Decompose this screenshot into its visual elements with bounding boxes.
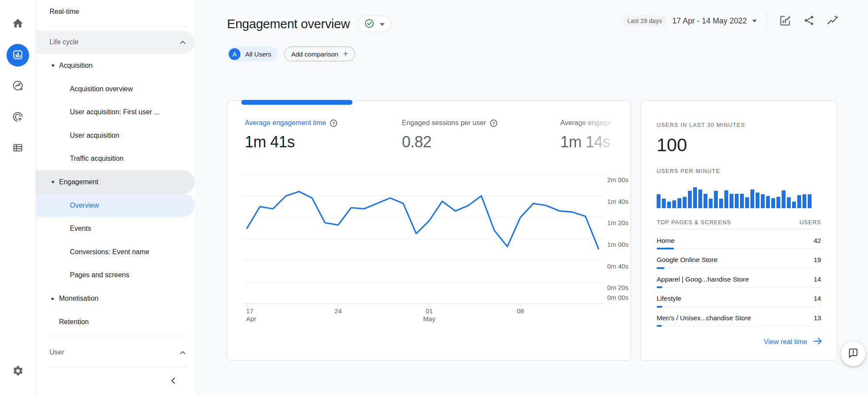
top-page-row-google-online-store[interactable]: Google Online Store19 <box>657 249 821 269</box>
sidebar-item-pages-and-screens[interactable]: Pages and screens <box>36 264 195 287</box>
users-per-minute-bar <box>657 194 661 208</box>
sidebar-item-events[interactable]: Events <box>36 217 195 240</box>
reports-bar-chart-icon <box>12 49 23 62</box>
expand-collapsed-icon[interactable]: ▸ <box>47 295 59 302</box>
metric-engaged-sessions-per-user[interactable]: Engaged sessions per user?0.82 <box>402 116 560 151</box>
sidebar-item-user-acquisition-first-user[interactable]: User acquisition: First user ... <box>36 100 195 124</box>
customize-report-button[interactable] <box>777 13 793 29</box>
sidebar-item-engagement[interactable]: ▾Engagement <box>36 170 195 194</box>
x-axis-sublabel: Apr <box>246 315 256 322</box>
top-page-row-men-s-unisex-chandise-store[interactable]: Men's / Unisex...chandise Store13 <box>657 307 821 326</box>
sidebar-section-user[interactable]: User <box>36 341 195 364</box>
add-comparison-label: Add comparison <box>291 50 338 58</box>
arrow-right-icon <box>813 337 822 347</box>
top-page-row-home[interactable]: Home42 <box>657 229 821 249</box>
all-users-label: All Users <box>245 50 271 58</box>
users-column-label: USERS <box>799 219 821 226</box>
library-nav-button[interactable] <box>7 137 29 159</box>
chevron-up-icon[interactable] <box>180 40 186 44</box>
users-per-minute-bar <box>683 197 687 208</box>
sidebar-item-acquisition[interactable]: ▾Acquisition <box>36 54 195 77</box>
y-axis-label: 1m 40s <box>607 198 628 205</box>
green-check-icon <box>364 18 375 30</box>
sidebar-item-monetisation[interactable]: ▸Monetisation <box>36 287 195 310</box>
top-pages-table: Home42Google Online Store19Apparel | Goo… <box>657 229 821 326</box>
share-icon <box>803 14 815 28</box>
expand-more-icon[interactable]: ▾ <box>47 179 59 185</box>
library-list-icon <box>12 142 23 155</box>
users-per-minute-bar <box>677 198 681 208</box>
main-content: Engagement overview Last 28 days 17 Apr … <box>195 0 868 395</box>
advertising-target-cursor-icon <box>12 111 24 124</box>
help-icon[interactable]: ? <box>329 119 338 127</box>
explore-compass-icon <box>12 80 24 93</box>
y-axis-label: 2m 00s <box>607 176 628 183</box>
explore-nav-button[interactable] <box>7 75 29 97</box>
users-per-minute-label: USERS PER MINUTE <box>657 168 720 175</box>
top-page-users: 13 <box>814 314 821 322</box>
reports-nav-button[interactable] <box>7 44 29 66</box>
users-30min-label: USERS IN LAST 30 MINUTES <box>657 122 745 129</box>
users-per-minute-bar <box>750 189 754 208</box>
chevron-down-icon[interactable] <box>752 20 757 23</box>
svg-text:?: ? <box>332 120 335 125</box>
sidebar-item-user-acquisition[interactable]: User acquisition <box>36 124 195 147</box>
users-per-minute-bar <box>740 194 744 208</box>
sidebar-item-label: Retention <box>59 318 89 326</box>
view-real-time-link[interactable]: View real time <box>764 337 822 347</box>
top-page-users: 14 <box>814 295 821 302</box>
home-icon <box>12 17 24 31</box>
top-page-name: Google Online Store <box>657 256 717 264</box>
sidebar-item-list: Real-timeLife cycle▾AcquisitionAcquisiti… <box>36 0 195 367</box>
users-per-minute-bar <box>735 194 739 208</box>
sidebar-item-label: Acquisition <box>59 62 92 70</box>
all-users-comparison-chip[interactable]: A All Users <box>227 46 278 61</box>
sidebar-item-overview[interactable]: Overview <box>36 194 195 217</box>
sidebar-item-real-time[interactable]: Real-time <box>36 0 195 23</box>
card-carousel-indicator[interactable] <box>241 100 352 105</box>
top-page-mini-bar <box>657 267 664 269</box>
help-icon[interactable]: ? <box>490 119 498 127</box>
admin-settings-button[interactable] <box>7 360 29 383</box>
metric-label: Average engagement time <box>245 119 326 127</box>
sidebar-item-retention[interactable]: Retention <box>36 310 195 334</box>
share-report-button[interactable] <box>801 13 817 29</box>
users-per-minute-bar <box>698 189 702 208</box>
y-axis-label: 1m 00s <box>607 241 628 248</box>
sidebar-item-label: Overview <box>70 202 99 209</box>
home-nav-button[interactable] <box>7 13 29 35</box>
top-page-row-lifestyle[interactable]: Lifestyle14 <box>657 288 821 307</box>
top-page-mini-bar <box>657 306 662 308</box>
report-status-badge[interactable] <box>358 16 391 32</box>
collapse-sidebar-button[interactable] <box>164 372 183 391</box>
feedback-button[interactable] <box>841 342 865 366</box>
metric-tabs: Average engagement time?1m 41sEngaged se… <box>245 116 625 151</box>
ga4-engagement-overview-screen: Real-timeLife cycle▾AcquisitionAcquisiti… <box>0 0 868 395</box>
add-comparison-button[interactable]: Add comparison + <box>284 46 355 61</box>
metric-average-engagement-time[interactable]: Average engagement time?1m 41s <box>245 116 402 151</box>
vertical-divider <box>766 12 767 30</box>
chevron-up-icon[interactable] <box>180 351 186 355</box>
chevron-left-icon <box>170 377 178 386</box>
sidebar-item-acquisition-overview[interactable]: Acquisition overview <box>36 77 195 101</box>
date-range-selector[interactable]: 17 Apr - 14 May 2022 <box>672 17 747 26</box>
engagement-overview-card: Average engagement time?1m 41sEngaged se… <box>227 100 631 361</box>
metric-average-engage[interactable]: Average engage1m 14s <box>560 116 625 151</box>
users-per-minute-bar <box>792 202 796 208</box>
metric-label-row[interactable]: Engaged sessions per user? <box>402 116 560 129</box>
advertising-nav-button[interactable] <box>7 106 29 129</box>
sidebar-section-life-cycle[interactable]: Life cycle <box>36 31 195 54</box>
sidebar-divider <box>49 26 187 27</box>
users-per-minute-bar <box>745 197 749 208</box>
top-page-row-apparel-goog-handise-store[interactable]: Apparel | Goog...handise Store14 <box>657 268 821 288</box>
users-per-minute-bar <box>693 187 697 208</box>
sidebar-item-label: Traffic acquisition <box>70 155 124 163</box>
insights-button[interactable] <box>825 13 841 29</box>
sidebar-item-conversions-event-name[interactable]: Conversions: Event name <box>36 240 195 264</box>
sidebar-item-traffic-acquisition[interactable]: Traffic acquisition <box>36 147 195 171</box>
metric-label-row[interactable]: Average engage <box>560 116 625 129</box>
expand-more-icon[interactable]: ▾ <box>47 62 59 69</box>
metric-label-row[interactable]: Average engagement time? <box>245 116 402 129</box>
users-per-minute-bar <box>761 194 765 208</box>
svg-text:?: ? <box>492 120 495 125</box>
